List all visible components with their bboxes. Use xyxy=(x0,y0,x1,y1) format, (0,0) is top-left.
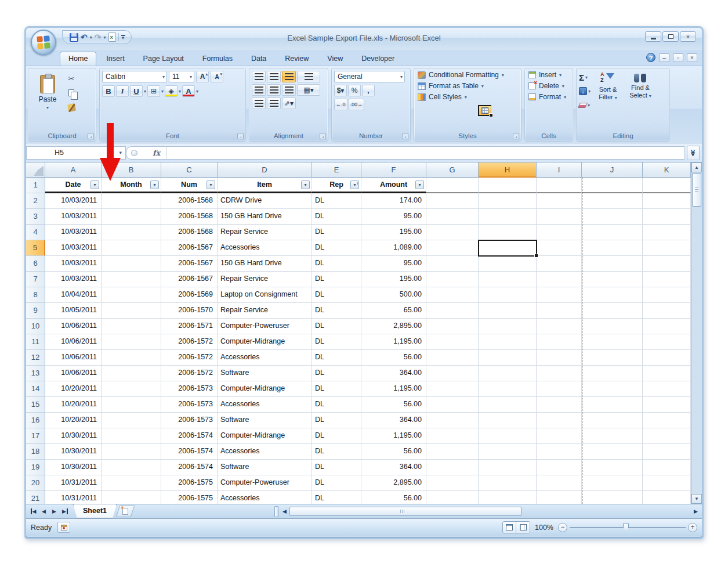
cell[interactable] xyxy=(643,381,691,397)
vertical-scroll-track[interactable] xyxy=(691,207,702,494)
cell[interactable]: 10/30/2011 xyxy=(45,444,102,460)
cell[interactable] xyxy=(643,475,691,491)
cell[interactable] xyxy=(537,491,582,504)
cell[interactable] xyxy=(537,381,582,397)
last-sheet-button[interactable]: ▶ xyxy=(60,507,70,517)
cell[interactable] xyxy=(582,444,643,460)
tab-insert[interactable]: Insert xyxy=(97,52,133,66)
cell[interactable] xyxy=(102,475,161,491)
cell[interactable] xyxy=(102,397,161,413)
cell[interactable] xyxy=(643,209,691,225)
cell[interactable] xyxy=(426,350,479,366)
cell[interactable] xyxy=(479,444,537,460)
row-header-8[interactable]: 8 xyxy=(26,287,45,303)
cell[interactable]: 2006-1575 xyxy=(161,475,218,491)
cell[interactable] xyxy=(582,491,643,504)
column-header-D[interactable]: D xyxy=(218,163,312,178)
restore-button[interactable] xyxy=(662,31,679,42)
cell[interactable] xyxy=(537,225,582,240)
cell[interactable]: DL xyxy=(312,193,361,209)
cell[interactable] xyxy=(643,444,691,460)
cell[interactable] xyxy=(643,287,691,303)
minimize-button[interactable] xyxy=(645,31,661,42)
cell[interactable] xyxy=(643,319,691,334)
cell[interactable]: DL xyxy=(312,319,361,334)
cell[interactable]: 500.00 xyxy=(361,287,426,303)
name-box-dropdown-icon[interactable]: ▾ xyxy=(119,150,122,156)
align-left-button[interactable] xyxy=(252,84,266,96)
font-color-dropdown-icon[interactable]: ▾ xyxy=(196,89,198,94)
cell[interactable]: 364.00 xyxy=(361,366,426,381)
cell[interactable]: 10/06/2011 xyxy=(45,366,102,381)
cell[interactable] xyxy=(102,381,161,397)
fill-color-dropdown-icon[interactable]: ▾ xyxy=(179,89,181,94)
cell[interactable] xyxy=(582,303,643,319)
cell[interactable] xyxy=(643,397,691,413)
cell[interactable] xyxy=(643,272,691,287)
cell[interactable]: 10/06/2011 xyxy=(45,334,102,350)
cell[interactable]: DL xyxy=(312,491,361,504)
cell[interactable] xyxy=(102,413,161,428)
orientation-button[interactable]: ⇗▾ xyxy=(282,98,296,109)
cell[interactable] xyxy=(479,413,537,428)
cell[interactable] xyxy=(426,303,479,319)
copy-icon[interactable] xyxy=(66,88,77,98)
cell[interactable]: 10/04/2011 xyxy=(45,287,102,303)
cell[interactable]: 65.00 xyxy=(361,303,426,319)
cell[interactable]: Software xyxy=(218,460,312,475)
cell[interactable] xyxy=(582,413,643,428)
cell[interactable]: DL xyxy=(312,209,361,225)
column-header-J[interactable]: J xyxy=(582,163,643,178)
cell[interactable] xyxy=(479,225,537,240)
cell[interactable]: 2006-1568 xyxy=(161,193,218,209)
cell[interactable] xyxy=(102,428,161,444)
cell[interactable] xyxy=(537,303,582,319)
first-sheet-button[interactable]: ◀ xyxy=(28,507,38,517)
column-header-K[interactable]: K xyxy=(643,163,691,178)
cell[interactable] xyxy=(537,178,582,193)
cell[interactable] xyxy=(426,334,479,350)
cell[interactable] xyxy=(582,193,643,209)
cell[interactable] xyxy=(537,350,582,366)
cell[interactable]: 2006-1573 xyxy=(161,397,218,413)
cell[interactable]: 2,895.00 xyxy=(361,475,426,491)
page-break-view-button[interactable] xyxy=(516,522,530,533)
cell[interactable]: 2006-1570 xyxy=(161,303,218,319)
cell[interactable] xyxy=(426,319,479,334)
cell[interactable] xyxy=(582,178,643,193)
cell[interactable] xyxy=(537,272,582,287)
cell[interactable] xyxy=(426,413,479,428)
row-header-3[interactable]: 3 xyxy=(26,209,45,225)
borders-button[interactable]: ⊞ xyxy=(147,85,160,97)
cell[interactable]: 10/31/2011 xyxy=(45,491,102,504)
insert-worksheet-button[interactable] xyxy=(116,506,135,517)
filter-button[interactable]: ▾↑ xyxy=(350,181,359,189)
cell[interactable]: 1,195.00 xyxy=(361,381,426,397)
cell[interactable] xyxy=(643,350,691,366)
scroll-left-icon[interactable]: ◀ xyxy=(280,507,289,517)
row-header-2[interactable]: 2 xyxy=(26,193,45,209)
cell[interactable] xyxy=(102,491,161,504)
cell[interactable]: DL xyxy=(312,240,361,256)
cell[interactable] xyxy=(643,491,691,504)
column-header-A[interactable]: A xyxy=(45,163,102,178)
cell[interactable]: 174.00 xyxy=(361,193,426,209)
cell[interactable] xyxy=(582,366,643,381)
cell[interactable]: 1,195.00 xyxy=(361,334,426,350)
cell[interactable] xyxy=(479,256,537,272)
next-sheet-button[interactable]: ▶ xyxy=(49,507,59,517)
cell[interactable] xyxy=(479,178,537,193)
cell[interactable] xyxy=(537,444,582,460)
cell[interactable] xyxy=(102,287,161,303)
cell[interactable] xyxy=(643,460,691,475)
styles-dialog-launcher-icon[interactable]: ⌟ xyxy=(513,133,519,139)
cell[interactable] xyxy=(426,193,479,209)
cell[interactable] xyxy=(102,240,161,256)
expand-formula-bar-button[interactable]: ≫ xyxy=(687,146,700,160)
cell[interactable] xyxy=(643,334,691,350)
cell[interactable] xyxy=(537,287,582,303)
row-header-19[interactable]: 19 xyxy=(26,460,45,475)
vertical-scrollbar[interactable]: ▲ ▼ xyxy=(691,163,702,504)
cell[interactable]: 56.00 xyxy=(361,444,426,460)
cell[interactable]: 364.00 xyxy=(361,413,426,428)
